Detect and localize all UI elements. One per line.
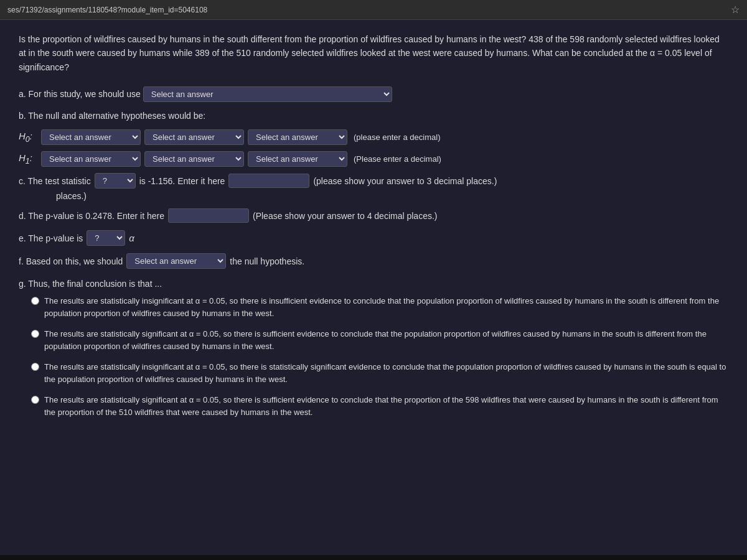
h0-dropdown-2[interactable]: Select an answer =≠<>≤≥ [144, 129, 244, 145]
part-e: e. The p-value is ?<>=≤≥ α [19, 230, 728, 246]
h0-row: H0: Select an answer p1p2p̂1p̂2 Select a… [19, 129, 728, 145]
radio-option-3[interactable]: The results are statistically insignific… [19, 361, 728, 385]
test-stat-dropdown[interactable]: ?ztχ² [95, 173, 136, 189]
part-d: d. The p-value is 0.2478. Enter it here … [19, 208, 728, 223]
part-g-label: g. Thus, the final conclusion is that ..… [19, 279, 728, 289]
radio-input-1[interactable] [31, 297, 39, 305]
main-content: Is the proportion of wildfires caused by… [0, 20, 747, 555]
radio-input-3[interactable] [31, 363, 39, 371]
part-d-note: (Please show your answer to 4 decimal pl… [253, 211, 437, 221]
part-d-label: d. The p-value is 0.2478. Enter it here [19, 211, 164, 221]
h0-label: H0: [19, 131, 37, 144]
h0-dropdown-1[interactable]: Select an answer p1p2p̂1p̂2 [41, 129, 141, 145]
radio-input-2[interactable] [31, 330, 39, 338]
radio-label-1[interactable]: The results are statistically insignific… [44, 295, 728, 319]
conclusion-radio-group: The results are statistically insignific… [19, 295, 728, 418]
pvalue-compare-dropdown[interactable]: ?<>=≤≥ [87, 230, 125, 246]
part-c-is: is -1.156. Enter it here [139, 176, 225, 186]
h0-dropdown-3[interactable]: Select an answer p1p2p̂1p̂2 [248, 129, 347, 145]
radio-label-4[interactable]: The results are statistically significan… [44, 394, 728, 418]
radio-option-1[interactable]: The results are statistically insignific… [19, 295, 728, 319]
part-a-dropdown[interactable]: Select an answer a z-test for two propor… [143, 86, 392, 102]
alpha-symbol: α [129, 233, 134, 243]
bottom-bar: 96% ▲ [0, 555, 747, 560]
radio-option-4[interactable]: The results are statistically significan… [19, 394, 728, 418]
star-icon[interactable]: ☆ [731, 4, 740, 16]
h1-label: H1: [19, 152, 37, 166]
part-c-label: c. The test statistic [19, 176, 91, 186]
part-a-label: a. For this study, we should use [19, 89, 141, 99]
part-f-label: f. Based on this, we should [19, 256, 123, 266]
part-c-places: places.) [56, 191, 728, 201]
based-on-dropdown[interactable]: Select an answer fail to reject reject a… [126, 253, 226, 269]
part-a: a. For this study, we should use Select … [19, 86, 728, 102]
h1-dropdown-3[interactable]: Select an answer p1p2p̂1p̂2 [248, 151, 347, 167]
h1-dropdown-1[interactable]: Select an answer p1p2p̂1p̂2 [41, 151, 141, 167]
places-label: places.) [56, 191, 87, 201]
question-text: Is the proportion of wildfires caused by… [19, 32, 728, 74]
part-f: f. Based on this, we should Select an an… [19, 253, 728, 269]
h1-decimal-note: (Please enter a decimal) [354, 154, 441, 164]
radio-input-4[interactable] [31, 396, 39, 404]
part-b-label: b. The null and alternative hypotheses w… [19, 111, 728, 121]
part-c-note: (please show your answer to 3 decimal pl… [313, 176, 497, 186]
h1-row: H1: Select an answer p1p2p̂1p̂2 Select a… [19, 151, 728, 167]
radio-label-3[interactable]: The results are statistically insignific… [44, 361, 728, 385]
pvalue-input[interactable] [168, 208, 249, 223]
part-f-suffix: the null hypothesis. [230, 256, 304, 266]
part-c: c. The test statistic ?ztχ² is -1.156. E… [19, 173, 728, 189]
url-bar: ses/71392/assignments/1180548?module_ite… [7, 6, 207, 14]
part-e-label: e. The p-value is [19, 233, 83, 243]
radio-option-2[interactable]: The results are statistically significan… [19, 328, 728, 352]
h1-dropdown-2[interactable]: Select an answer =≠<>≤≥ [144, 151, 244, 167]
test-stat-input[interactable] [228, 174, 309, 188]
browser-bar: ses/71392/assignments/1180548?module_ite… [0, 0, 747, 20]
radio-label-2[interactable]: The results are statistically significan… [44, 328, 728, 352]
h0-decimal-note: (please enter a decimal) [354, 133, 440, 142]
